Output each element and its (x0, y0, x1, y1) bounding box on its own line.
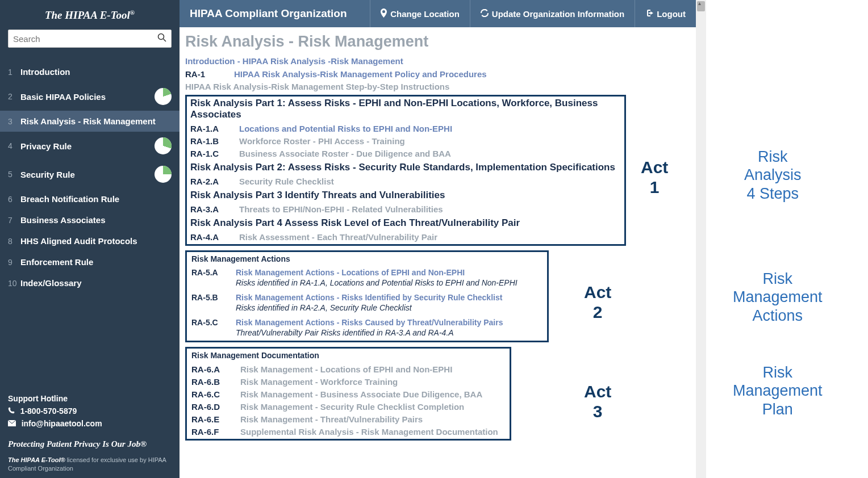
nav-num: 5 (8, 170, 20, 179)
link-ra4a[interactable]: Risk Assessment - Each Threat/Vulnerabil… (239, 232, 437, 242)
nav-num: 1 (8, 68, 20, 77)
act2-label: Act2 (584, 283, 611, 322)
part4-title: Risk Analysis Part 4 Assess Risk Level o… (190, 217, 621, 229)
nav-num: 7 (8, 216, 20, 225)
sidebar-item-1[interactable]: 1Introduction (0, 61, 180, 82)
code-ra5b: RA-5.B (191, 293, 236, 302)
intro-link[interactable]: Introduction - HIPAA Risk Analysis -Risk… (185, 56, 692, 66)
license-text: The HIPAA E-Tool® licensed for exclusive… (0, 454, 180, 478)
desc-ra5c: Threat/Vulnerabilty Pair Risks identifie… (236, 328, 542, 337)
link-ra6e[interactable]: Risk Management - Threat/Vulnerability P… (240, 414, 423, 424)
logout-icon (645, 9, 653, 18)
code-ra6a: RA-6.A (191, 364, 240, 374)
link-ra2a[interactable]: Security Rule Checklist (239, 177, 334, 186)
nav-num: 4 (8, 141, 20, 150)
nav-label: HHS Aligned Audit Protocols (20, 236, 172, 246)
link-ra1a[interactable]: Locations and Potential Risks to EPHI an… (239, 124, 452, 133)
brand-title: The HIPAA E-Tool® (0, 0, 180, 30)
link-ra5a[interactable]: Risk Management Actions - Locations of E… (236, 268, 542, 277)
nav-label: Enforcement Rule (20, 257, 172, 267)
nav-num: 10 (8, 279, 20, 288)
search-input[interactable] (13, 34, 157, 44)
annot-risk-plan: RiskManagementPlan (733, 363, 823, 418)
link-ra5b[interactable]: Risk Management Actions - Risks Identifi… (236, 293, 542, 302)
sidebar-item-4[interactable]: 4Privacy Rule (0, 132, 180, 160)
link-ra1[interactable]: HIPAA Risk Analysis-Risk Management Poli… (234, 69, 487, 79)
act3-label: Act3 (584, 382, 611, 421)
nav-label: Business Associates (20, 215, 172, 225)
link-ra1b[interactable]: Workforce Roster - PHI Access - Training (239, 136, 405, 146)
code-ra5a: RA-5.A (191, 268, 236, 277)
progress-pie-icon (155, 166, 172, 183)
nav-label: Privacy Rule (20, 141, 155, 151)
phone-icon (8, 407, 17, 416)
support-email[interactable]: info@hipaaetool.com (8, 419, 172, 428)
link-ra6b[interactable]: Risk Management - Workforce Training (240, 377, 398, 387)
act3-box: Risk Management Documentation RA-6.ARisk… (185, 347, 511, 441)
logout-button[interactable]: Logout (635, 0, 696, 27)
code-ra6c: RA-6.C (191, 389, 240, 399)
email-icon (8, 420, 18, 428)
part3-title: Risk Analysis Part 3 Identify Threats an… (190, 190, 621, 201)
sidebar-item-2[interactable]: 2Basic HIPAA Policies (0, 82, 180, 111)
desc-ra5b: Risks identified in RA-2.A, Security Rul… (236, 303, 542, 312)
part2-title: Risk Analysis Part 2: Assess Risks - Sec… (190, 162, 621, 173)
link-ra6f[interactable]: Supplemental Risk Analysis - Risk Manage… (240, 427, 498, 437)
part1-title: Risk Analysis Part 1: Assess Risks - EPH… (190, 98, 621, 120)
nav-label: Security Rule (20, 170, 155, 179)
search-icon[interactable] (157, 33, 166, 44)
nav-label: Breach Notification Rule (20, 194, 172, 204)
sidebar-item-9[interactable]: 9Enforcement Rule (0, 251, 180, 272)
nav-label: Introduction (20, 67, 172, 77)
update-org-button[interactable]: Update Organization Information (470, 0, 635, 27)
sidebar-item-10[interactable]: 10Index/Glossary (0, 272, 180, 293)
sidebar: The HIPAA E-Tool® 1Introduction2Basic HI… (0, 0, 180, 478)
content-area: Risk Analysis - Risk Management Introduc… (180, 27, 696, 478)
sidebar-item-6[interactable]: 6Breach Notification Rule (0, 188, 180, 209)
nav-num: 2 (8, 92, 20, 101)
link-ra6c[interactable]: Risk Management - Business Associate Due… (240, 389, 482, 399)
support-title: Support Hotline (8, 394, 172, 403)
sidebar-item-5[interactable]: 5Security Rule (0, 160, 180, 188)
change-location-button[interactable]: Change Location (370, 0, 470, 27)
support-phone[interactable]: 1-800-570-5879 (8, 406, 172, 416)
desc-ra5a: Risks identified in RA-1.A, Locations an… (236, 278, 542, 287)
act2-box: Risk Management Actions RA-5.A Risk Mana… (185, 250, 549, 342)
nav-num: 6 (8, 195, 20, 204)
sidebar-item-8[interactable]: 8HHS Aligned Audit Protocols (0, 230, 180, 251)
code-ra1c: RA-1.C (190, 149, 239, 158)
topbar: HIPAA Compliant Organization Change Loca… (180, 0, 696, 27)
refresh-icon (481, 9, 489, 19)
org-name: HIPAA Compliant Organization (180, 0, 370, 27)
nav-num: 3 (8, 117, 20, 126)
page-title: Risk Analysis - Risk Management (185, 33, 692, 51)
scrollbar-thumb[interactable] (697, 1, 705, 11)
act1-label: Act1 (641, 158, 668, 197)
code-ra2a: RA-2.A (190, 177, 239, 186)
actions-title: Risk Management Actions (191, 254, 542, 263)
progress-pie-icon (155, 88, 172, 105)
code-ra1: RA-1 (185, 69, 234, 79)
scrollbar-track[interactable] (696, 0, 706, 478)
annot-risk-actions: RiskManagementActions (733, 270, 823, 325)
progress-pie-icon (155, 137, 172, 154)
support-block: Support Hotline 1-800-570-5879 info@hipa… (0, 387, 180, 435)
svg-line-1 (164, 39, 166, 42)
code-ra5c: RA-5.C (191, 318, 236, 327)
sidebar-item-3[interactable]: 3Risk Analysis - Risk Management (0, 111, 180, 132)
link-ra6a[interactable]: Risk Management - Locations of EPHI and … (240, 364, 452, 374)
annot-risk-analysis: RiskAnalysis4 Steps (744, 148, 802, 203)
code-ra3a: RA-3.A (190, 204, 239, 214)
link-ra3a[interactable]: Threats to EPHI/Non-EPHI - Related Vulne… (239, 204, 443, 214)
nav-num: 8 (8, 237, 20, 246)
link-ra5c[interactable]: Risk Management Actions - Risks Caused b… (236, 318, 542, 327)
location-pin-icon (381, 9, 387, 19)
search-box[interactable] (8, 30, 172, 48)
svg-point-0 (158, 34, 164, 40)
sidebar-item-7[interactable]: 7Business Associates (0, 209, 180, 230)
step-by-step-link[interactable]: HIPAA Risk Analysis-Risk Management Step… (185, 82, 692, 91)
link-ra1c[interactable]: Business Associate Roster - Due Diligenc… (239, 149, 451, 158)
code-ra4a: RA-4.A (190, 232, 239, 242)
nav-label: Risk Analysis - Risk Management (20, 116, 172, 126)
link-ra6d[interactable]: Risk Management - Security Rule Checklis… (240, 402, 464, 412)
